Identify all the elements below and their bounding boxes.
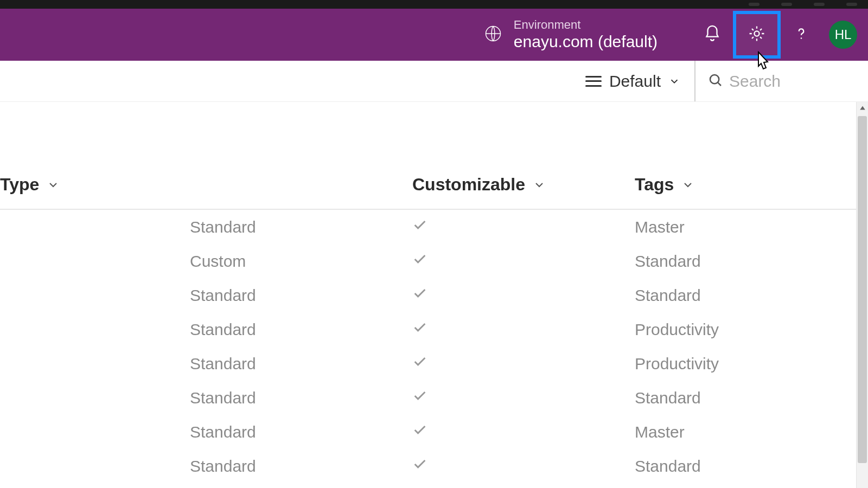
cell-tags: Standard: [635, 449, 868, 483]
cell-type: Standard: [0, 278, 412, 312]
cell-customizable: [412, 244, 635, 278]
list-icon: [585, 76, 602, 87]
cell-tags: Master: [635, 415, 868, 449]
cell-tags: Standard: [635, 244, 868, 278]
chevron-down-icon: [47, 178, 60, 191]
view-switcher[interactable]: Default: [571, 61, 694, 101]
search-icon: [707, 72, 724, 91]
cell-customizable: [412, 346, 635, 381]
check-icon: [412, 286, 427, 304]
scrollbar[interactable]: [856, 102, 868, 488]
scroll-thumb[interactable]: [858, 116, 867, 463]
column-label: Customizable: [412, 175, 525, 195]
chevron-down-icon: [533, 178, 546, 191]
data-table: Type Customizable Tags: [0, 167, 868, 483]
avatar-initials: HL: [835, 27, 852, 42]
check-icon: [412, 423, 427, 441]
cell-customizable: [412, 278, 635, 312]
browser-chrome: [0, 0, 868, 9]
cell-customizable: [412, 209, 635, 244]
cell-type: Standard: [0, 312, 412, 346]
toolbar: Default: [0, 61, 868, 102]
column-label: Type: [0, 175, 39, 195]
svg-point-2: [801, 37, 802, 39]
table-row[interactable]: StandardStandard: [0, 381, 868, 415]
cell-tags: Standard: [635, 381, 868, 415]
cell-type: Standard: [0, 346, 412, 381]
table-row[interactable]: StandardStandard: [0, 449, 868, 483]
search-input[interactable]: [729, 72, 848, 91]
environment-name: enayu.com (default): [514, 32, 658, 52]
notifications-button[interactable]: [690, 12, 735, 57]
table-row[interactable]: StandardProductivity: [0, 312, 868, 346]
chevron-down-icon: [681, 178, 694, 191]
chrome-decoration: [846, 3, 857, 6]
chrome-decoration: [749, 3, 760, 6]
table-region: Type Customizable Tags: [0, 102, 868, 488]
column-header-tags[interactable]: Tags: [635, 175, 694, 195]
chrome-decoration: [781, 3, 792, 6]
environment-label: Environment: [514, 18, 658, 32]
scroll-up-arrow[interactable]: [857, 102, 868, 114]
chevron-down-icon: [668, 75, 680, 87]
cell-type: Custom: [0, 244, 412, 278]
bell-icon: [703, 24, 722, 45]
cell-customizable: [412, 312, 635, 346]
cell-tags: Master: [635, 209, 868, 244]
table-row[interactable]: StandardMaster: [0, 415, 868, 449]
globe-icon: [483, 24, 503, 46]
cell-customizable: [412, 415, 635, 449]
help-icon: [792, 24, 810, 45]
table-row[interactable]: StandardMaster: [0, 209, 868, 244]
table-row[interactable]: StandardStandard: [0, 278, 868, 312]
cell-type: Standard: [0, 415, 412, 449]
view-label: Default: [609, 72, 661, 91]
column-label: Tags: [635, 175, 674, 195]
check-icon: [412, 252, 427, 270]
cell-tags: Productivity: [635, 312, 868, 346]
check-icon: [412, 320, 427, 338]
avatar[interactable]: HL: [829, 21, 857, 49]
column-header-customizable[interactable]: Customizable: [412, 175, 546, 195]
cell-tags: Productivity: [635, 346, 868, 381]
table-row[interactable]: CustomStandard: [0, 244, 868, 278]
cell-customizable: [412, 449, 635, 483]
column-header-type[interactable]: Type: [0, 175, 60, 195]
cell-type: Standard: [0, 209, 412, 244]
check-icon: [412, 355, 427, 373]
cell-tags: Standard: [635, 278, 868, 312]
search-box[interactable]: [694, 61, 868, 101]
help-button[interactable]: [779, 12, 824, 57]
cell-customizable: [412, 381, 635, 415]
svg-point-3: [710, 75, 719, 84]
gear-icon: [748, 24, 766, 45]
cell-type: Standard: [0, 449, 412, 483]
environment-picker[interactable]: Environment enayu.com (default): [483, 18, 658, 52]
cell-type: Standard: [0, 381, 412, 415]
settings-button[interactable]: [735, 12, 779, 57]
svg-point-1: [754, 31, 759, 36]
check-icon: [412, 457, 427, 475]
check-icon: [412, 389, 427, 407]
chrome-decoration: [814, 3, 825, 6]
table-row[interactable]: StandardProductivity: [0, 346, 868, 381]
check-icon: [412, 218, 427, 236]
app-header: Environment enayu.com (default) HL: [0, 9, 868, 61]
